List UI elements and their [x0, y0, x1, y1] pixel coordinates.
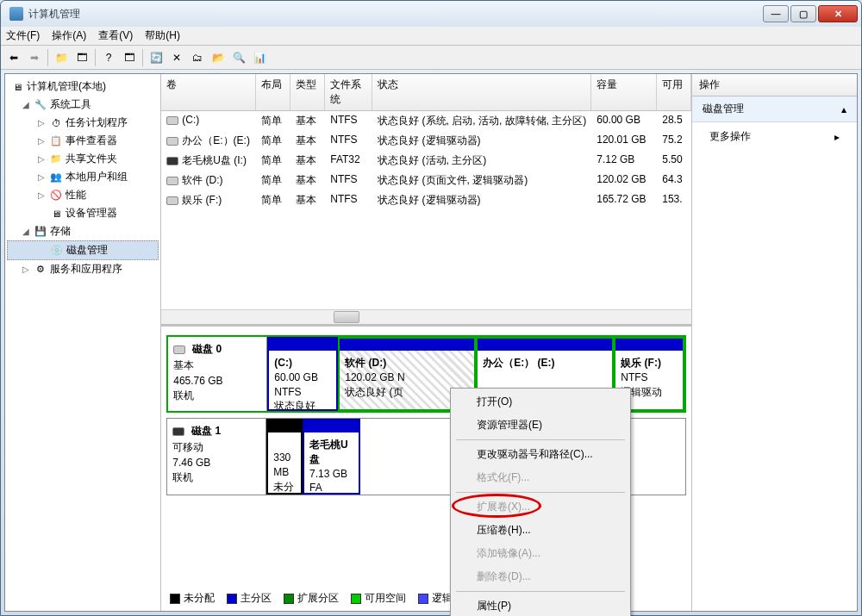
tree-event-viewer[interactable]: ▷📋事件查看器 [7, 132, 159, 150]
tree: 🖥计算机管理(本地) ◢🔧系统工具 ▷⏱任务计划程序 ▷📋事件查看器 ▷📁共享文… [5, 74, 160, 282]
partition-c[interactable]: (C:)60.00 GB NTFS状态良好 (系统, 启 [267, 337, 338, 411]
window-title: 计算机管理 [28, 7, 763, 22]
actions-pane: 操作 磁盘管理▴ 更多操作▸ [692, 74, 857, 611]
partition-usb[interactable]: 老毛桃U盘7.13 GB FA状态良好 ( [303, 419, 360, 495]
legend-primary: 主分区 [240, 591, 272, 606]
table-row[interactable]: 软件 (D:)简单基本NTFS状态良好 (页面文件, 逻辑驱动器)120.02 … [161, 171, 691, 190]
minimize-button[interactable]: — [763, 5, 789, 22]
volume-table-body: (C:)简单基本NTFS状态良好 (系统, 启动, 活动, 故障转储, 主分区)… [161, 111, 691, 309]
disk-0-label[interactable]: 磁盘 0 基本465.76 GB联机 [168, 337, 267, 411]
table-row[interactable]: 老毛桃U盘 (I:)简单基本FAT32状态良好 (活动, 主分区)7.12 GB… [161, 151, 691, 171]
close-button[interactable]: ✕ [818, 5, 858, 22]
context-menu: 打开(O) 资源管理器(E) 更改驱动器号和路径(C)... 格式化(F)...… [450, 388, 631, 616]
main-area: 🖥计算机管理(本地) ◢🔧系统工具 ▷⏱任务计划程序 ▷📋事件查看器 ▷📁共享文… [4, 73, 858, 612]
disk-icon [173, 345, 185, 354]
ctx-properties[interactable]: 属性(P) [453, 594, 628, 616]
ctx-shrink[interactable]: 压缩卷(H)... [453, 519, 628, 542]
left-tree-pane: 🖥计算机管理(本地) ◢🔧系统工具 ▷⏱任务计划程序 ▷📋事件查看器 ▷📁共享文… [5, 74, 161, 611]
legend-extended: 扩展分区 [297, 591, 339, 606]
col-type[interactable]: 类型 [290, 74, 325, 110]
chevron-right-icon: ▸ [834, 131, 840, 143]
menu-view[interactable]: 查看(V) [98, 28, 133, 43]
delete-icon[interactable]: ✕ [167, 48, 186, 67]
table-row[interactable]: 娱乐 (F:)简单基本NTFS状态良好 (逻辑驱动器)165.72 GB153. [161, 190, 691, 210]
disk-icon [166, 137, 178, 146]
volume-table: 卷 布局 类型 文件系统 状态 容量 可用 (C:)简单基本NTFS状态良好 (… [161, 74, 691, 324]
menu-action[interactable]: 操作(A) [52, 28, 86, 43]
settings-icon[interactable]: 🗂 [188, 48, 207, 67]
menu-file[interactable]: 文件(F) [6, 28, 40, 43]
tree-shared-folders[interactable]: ▷📁共享文件夹 [7, 150, 159, 168]
scrollbar-thumb[interactable] [334, 311, 359, 323]
partition-unallocated[interactable]: 330 MB未分配 [266, 419, 303, 495]
ctx-delete: 删除卷(D)... [453, 565, 628, 588]
menu-help[interactable]: 帮助(H) [145, 28, 180, 43]
ctx-extend: 扩展卷(X)... [453, 495, 628, 519]
titlebar: 计算机管理 — ▢ ✕ [1, 1, 861, 27]
tree-disk-management[interactable]: 💿磁盘管理 [7, 240, 159, 260]
window-controls: — ▢ ✕ [763, 5, 858, 22]
maximize-button[interactable]: ▢ [790, 5, 816, 22]
tree-local-users[interactable]: ▷👥本地用户和组 [7, 168, 159, 186]
forward-button[interactable]: ➡ [25, 48, 44, 67]
tree-performance[interactable]: ▷🚫性能 [7, 186, 159, 204]
app-window: 计算机管理 — ▢ ✕ 文件(F) 操作(A) 查看(V) 帮助(H) ⬅ ➡ … [0, 0, 862, 616]
tree-device-manager[interactable]: 🖥设备管理器 [7, 204, 159, 222]
help-icon[interactable]: ? [99, 48, 118, 67]
search-icon[interactable]: 🔍 [229, 48, 248, 67]
legend-free: 可用空间 [365, 591, 406, 606]
disk-1-label[interactable]: 磁盘 1 可移动7.46 GB联机 [167, 419, 266, 495]
ctx-add-mirror: 添加镜像(A)... [453, 542, 628, 565]
col-filesystem[interactable]: 文件系统 [325, 74, 372, 110]
actions-more[interactable]: 更多操作▸ [692, 122, 857, 151]
list-icon[interactable]: 📊 [250, 48, 269, 67]
col-volume[interactable]: 卷 [161, 74, 256, 110]
col-status[interactable]: 状态 [372, 74, 591, 110]
col-free[interactable]: 可用 [657, 74, 691, 110]
tree-storage[interactable]: ◢💾存储 [7, 222, 159, 240]
legend: 未分配 主分区 扩展分区 可用空间 逻辑 [166, 589, 456, 607]
tree-task-scheduler[interactable]: ▷⏱任务计划程序 [7, 114, 159, 132]
ctx-explorer[interactable]: 资源管理器(E) [453, 414, 628, 437]
ctx-format: 格式化(F)... [453, 466, 628, 489]
actions-section-disk-management[interactable]: 磁盘管理▴ [692, 96, 857, 122]
ctx-open[interactable]: 打开(O) [453, 390, 628, 414]
tree-system-tools[interactable]: ◢🔧系统工具 [7, 96, 159, 114]
disk-icon [166, 157, 178, 165]
tree-services[interactable]: ▷⚙服务和应用程序 [7, 260, 159, 278]
back-button[interactable]: ⬅ [4, 48, 23, 67]
table-row[interactable]: 办公（E:）(E:)简单基本NTFS状态良好 (逻辑驱动器)120.01 GB7… [161, 131, 691, 151]
menubar: 文件(F) 操作(A) 查看(V) 帮助(H) [1, 27, 861, 46]
properties-icon[interactable]: 📂 [209, 48, 228, 67]
volume-table-header: 卷 布局 类型 文件系统 状态 容量 可用 [161, 74, 691, 111]
toolbar: ⬅ ➡ 📁 🗔 ? 🗔 🔄 ✕ 🗂 📂 🔍 📊 [1, 46, 861, 70]
horizontal-scrollbar[interactable] [161, 309, 691, 324]
up-button[interactable]: 📁 [52, 48, 71, 67]
col-layout[interactable]: 布局 [256, 74, 290, 110]
show-hide-tree-button[interactable]: 🗔 [72, 48, 91, 67]
collapse-icon: ▴ [841, 103, 846, 115]
disk-icon [166, 116, 178, 125]
col-capacity[interactable]: 容量 [591, 74, 657, 110]
table-row[interactable]: (C:)简单基本NTFS状态良好 (系统, 启动, 活动, 故障转储, 主分区)… [161, 111, 691, 131]
view-icon[interactable]: 🗔 [120, 48, 139, 67]
disk-icon [172, 427, 184, 436]
app-icon [9, 7, 23, 21]
refresh-icon[interactable]: 🔄 [147, 48, 166, 67]
disk-icon [166, 196, 178, 205]
legend-unallocated: 未分配 [184, 591, 215, 606]
ctx-change-letter[interactable]: 更改驱动器号和路径(C)... [453, 443, 628, 466]
tree-root[interactable]: 🖥计算机管理(本地) [7, 78, 159, 96]
disk-icon [166, 177, 178, 185]
actions-header: 操作 [692, 74, 857, 96]
